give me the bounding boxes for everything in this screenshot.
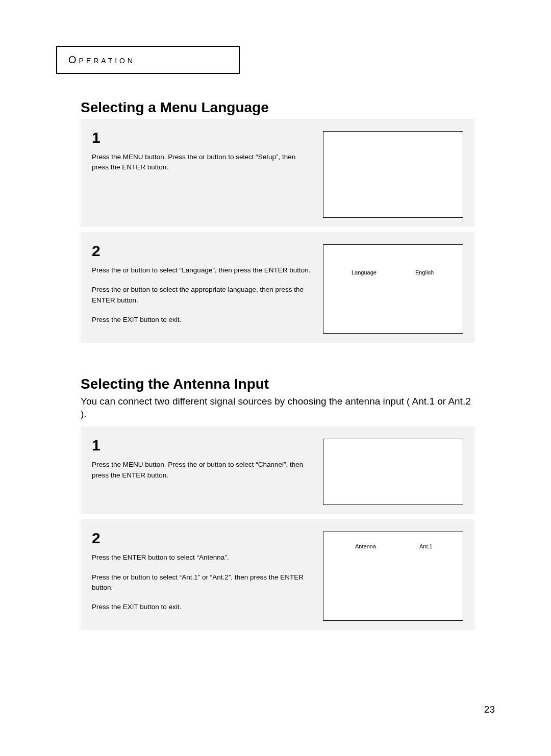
instruction-text: Press the EXIT button to exit.: [92, 315, 313, 325]
instruction-text: Press the or button to select “Language”…: [92, 265, 313, 275]
page-number: 23: [484, 704, 495, 715]
instruction-text: Press the ENTER button to select “Antenn…: [92, 552, 313, 563]
screen-illustration: [323, 439, 463, 505]
step-text: 2 Press the ENTER button to select “Ante…: [92, 526, 313, 612]
step-block-2-2: 2 Press the ENTER button to select “Ante…: [81, 519, 474, 630]
instruction-text: Press the EXIT button to exit.: [92, 602, 313, 612]
screen-label: Language: [352, 269, 377, 275]
step-text: 2 Press the or button to select “Languag…: [92, 239, 313, 325]
section-heading-antenna-input: Selecting the Antenna Input: [81, 376, 495, 392]
chapter-header-box: Operation: [56, 46, 240, 74]
step-block-1-1: 1 Press the MENU button. Press the or bu…: [81, 119, 474, 227]
chapter-title: Operation: [57, 47, 239, 73]
section-intro: You can connect two different signal sou…: [81, 395, 474, 420]
instruction-text: Press the or button to select the approp…: [92, 285, 313, 306]
screen-illustration: Language English: [323, 244, 463, 334]
step-text: 1 Press the MENU button. Press the or bu…: [92, 434, 313, 481]
step-number: 2: [92, 526, 313, 549]
instruction-text: Press the or button to select “Ant.1” or…: [92, 572, 313, 593]
step-text: 1 Press the MENU button. Press the or bu…: [92, 126, 313, 173]
screen-label: Antenna: [355, 543, 376, 549]
step-number: 1: [92, 126, 313, 149]
instruction-text: Press the MENU button. Press the or butt…: [92, 460, 313, 481]
step-number: 2: [92, 239, 313, 262]
step-block-2-1: 1 Press the MENU button. Press the or bu…: [81, 426, 474, 514]
instruction-text: Press the MENU button. Press the or butt…: [92, 152, 313, 173]
screen-illustration: [323, 131, 463, 218]
step-block-1-2: 2 Press the or button to select “Languag…: [81, 232, 474, 343]
screen-value: Ant.1: [419, 543, 433, 549]
screen-illustration: Antenna Ant.1: [323, 532, 463, 621]
screen-value: English: [415, 269, 434, 275]
section-heading-menu-language: Selecting a Menu Language: [81, 99, 495, 116]
step-number: 1: [92, 434, 313, 457]
